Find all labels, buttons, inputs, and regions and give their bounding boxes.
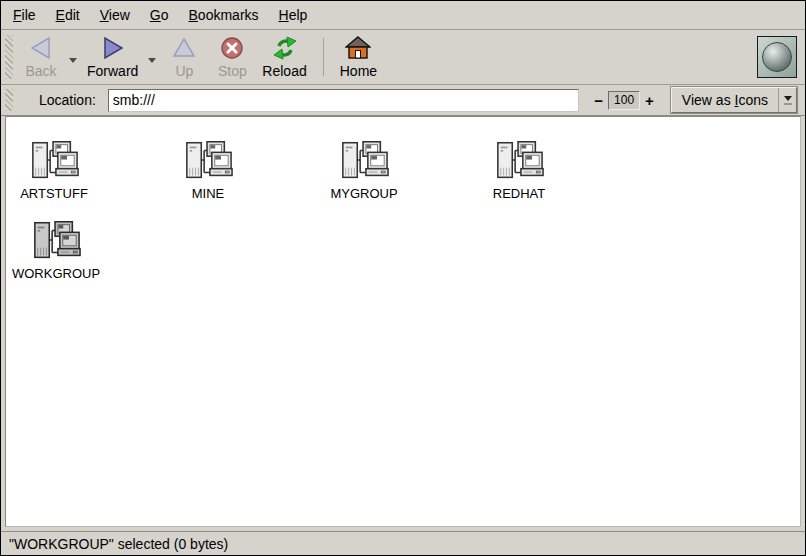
- reload-label: Reload: [262, 63, 306, 79]
- chevron-down-icon: [69, 58, 77, 63]
- network-item-label: MYGROUP: [330, 186, 397, 201]
- location-label: Location:: [39, 92, 96, 108]
- network-item-label: ARTSTUFF: [20, 186, 88, 201]
- back-button[interactable]: Back: [17, 32, 65, 82]
- view-as-dropdown[interactable]: View as Icons: [671, 87, 797, 113]
- reload-button[interactable]: Reload: [256, 32, 312, 82]
- network-item-mygroup[interactable]: MYGROUP: [294, 139, 434, 201]
- toolbar: Back Forward Up Stop: [1, 30, 805, 85]
- up-label: Up: [175, 63, 193, 79]
- back-icon: [28, 35, 54, 61]
- network-workgroup-icon: [339, 139, 389, 183]
- menubar: File Edit View Go Bookmarks Help: [1, 1, 805, 30]
- menu-bookmarks[interactable]: Bookmarks: [179, 2, 269, 28]
- back-label: Back: [25, 63, 56, 79]
- back-history-dropdown[interactable]: [65, 38, 81, 82]
- stop-icon: [220, 35, 244, 61]
- zoom-out-button[interactable]: −: [589, 92, 608, 109]
- location-input[interactable]: [108, 89, 580, 112]
- network-item-label: WORKGROUP: [12, 266, 100, 281]
- content-area: ARTSTUFF: [1, 116, 805, 531]
- up-button[interactable]: Up: [160, 32, 208, 82]
- forward-button[interactable]: Forward: [81, 32, 144, 82]
- menu-edit[interactable]: Edit: [46, 2, 90, 28]
- throbber-sphere-icon: [762, 42, 792, 72]
- network-workgroup-icon: [29, 139, 79, 183]
- status-text: "WORKGROUP" selected (0 bytes): [9, 536, 228, 552]
- stop-label: Stop: [218, 63, 247, 79]
- toolbar-grip-handle[interactable]: [5, 35, 13, 79]
- network-item-label: MINE: [192, 186, 225, 201]
- icon-view-canvas[interactable]: ARTSTUFF: [5, 116, 801, 527]
- network-item-workgroup[interactable]: WORKGROUP: [5, 219, 126, 281]
- status-bar: "WORKGROUP" selected (0 bytes): [1, 531, 805, 555]
- network-item-mine[interactable]: MINE: [138, 139, 278, 201]
- network-workgroup-icon: [31, 219, 81, 263]
- menu-file[interactable]: File: [3, 2, 46, 28]
- home-label: Home: [340, 63, 377, 79]
- dropdown-arrow-icon: [778, 88, 796, 112]
- menu-view[interactable]: View: [90, 2, 140, 28]
- forward-icon: [100, 35, 126, 61]
- toolbar-separator: [323, 38, 324, 76]
- chevron-down-icon: [148, 58, 156, 63]
- network-item-label: REDHAT: [493, 186, 545, 201]
- network-workgroup-icon: [494, 139, 544, 183]
- network-workgroup-icon: [183, 139, 233, 183]
- forward-history-dropdown[interactable]: [144, 38, 160, 82]
- home-icon: [345, 35, 371, 61]
- reload-icon: [272, 35, 298, 61]
- view-as-label: View as Icons: [672, 88, 778, 112]
- network-item-redhat[interactable]: REDHAT: [449, 139, 589, 201]
- menu-help[interactable]: Help: [269, 2, 318, 28]
- location-bar: Location: − 100 + View as Icons: [1, 85, 805, 116]
- network-item-artstuff[interactable]: ARTSTUFF: [5, 139, 124, 201]
- up-icon: [172, 35, 196, 61]
- stop-button[interactable]: Stop: [208, 32, 256, 82]
- zoom-in-button[interactable]: +: [640, 92, 659, 109]
- location-bar-grip-handle[interactable]: [5, 89, 13, 111]
- forward-label: Forward: [87, 63, 138, 79]
- throbber: [757, 36, 797, 78]
- home-button[interactable]: Home: [334, 32, 383, 82]
- file-manager-window: File Edit View Go Bookmarks Help Back Fo…: [0, 0, 806, 556]
- menu-go[interactable]: Go: [140, 2, 179, 28]
- zoom-level-indicator[interactable]: 100: [608, 91, 640, 110]
